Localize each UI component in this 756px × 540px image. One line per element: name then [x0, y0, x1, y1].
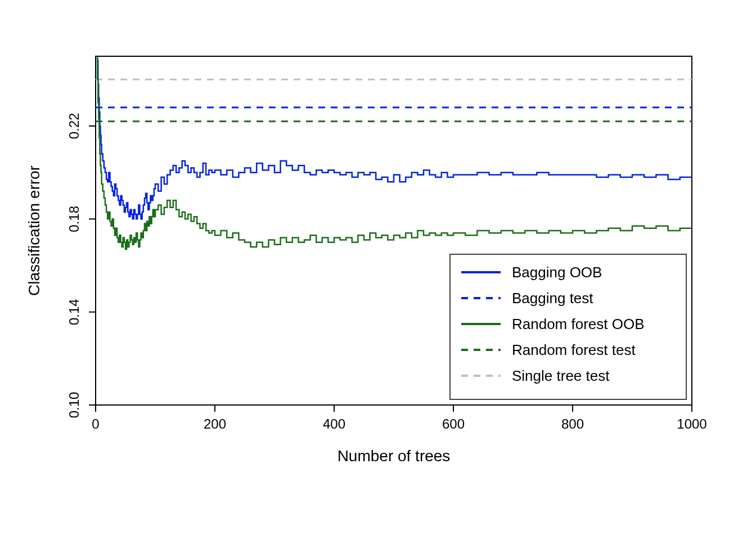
- y-axis-label: Classification error: [25, 165, 43, 296]
- x-axis-label: Number of trees: [338, 447, 451, 465]
- series-bagging-oob: [96, 0, 692, 219]
- chart-svg: 020040060080010000.100.140.180.22Number …: [0, 0, 756, 540]
- x-tick-label: 1000: [677, 416, 706, 431]
- y-tick-label: 0.10: [66, 392, 82, 418]
- legend-label: Bagging test: [512, 290, 593, 307]
- chart-container: 020040060080010000.100.140.180.22Number …: [0, 0, 756, 540]
- y-tick-label: 0.18: [66, 206, 82, 232]
- x-tick-label: 200: [204, 416, 226, 431]
- series-random-forest-oob: [96, 0, 692, 249]
- x-tick-label: 0: [92, 416, 99, 431]
- y-tick-label: 0.14: [66, 299, 82, 325]
- x-tick-label: 800: [561, 416, 584, 431]
- legend-label: Bagging OOB: [512, 264, 602, 281]
- legend-label: Random forest test: [512, 341, 636, 358]
- legend-label: Single tree test: [512, 367, 610, 384]
- x-tick-label: 600: [442, 416, 465, 431]
- legend-label: Random forest OOB: [512, 316, 645, 332]
- y-tick-label: 0.22: [66, 113, 82, 140]
- x-tick-label: 400: [323, 416, 345, 431]
